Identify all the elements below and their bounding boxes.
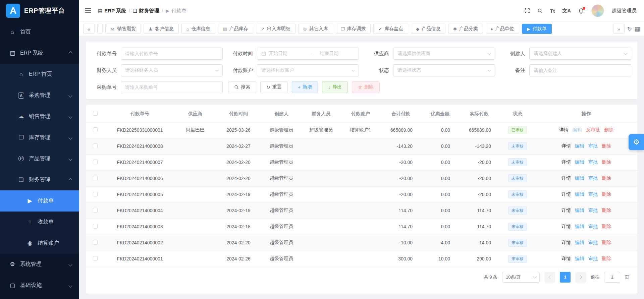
edit-link[interactable]: 编辑 xyxy=(575,207,584,213)
approve-link[interactable]: 审批 xyxy=(588,240,598,245)
detail-link[interactable]: 详情 xyxy=(561,207,571,213)
sidebar-item-erp-system[interactable]: ▤ERP 系统 xyxy=(0,43,79,64)
edit-link[interactable]: 编辑 xyxy=(575,224,584,229)
sidebar-item-purchase-management[interactable]: A采购管理 xyxy=(0,85,79,106)
row-checkbox[interactable] xyxy=(93,240,98,245)
detail-link[interactable]: 详情 xyxy=(561,240,571,245)
delete-link[interactable]: 删除 xyxy=(604,127,613,132)
sidebar-item-home[interactable]: ⌂首页 xyxy=(0,21,79,43)
search-button[interactable]: 搜索 xyxy=(228,81,256,93)
sidebar-item-receipt-order[interactable]: ≡收款单 xyxy=(0,212,79,233)
row-checkbox[interactable] xyxy=(93,192,98,196)
goto-page-input[interactable] xyxy=(604,272,620,283)
tab-clipped[interactable] xyxy=(97,24,103,34)
status-select[interactable]: 请选择状态 xyxy=(393,64,495,76)
approve-link[interactable]: 审批 xyxy=(588,191,598,197)
row-checkbox[interactable] xyxy=(93,127,98,132)
approve-link[interactable]: 审批 xyxy=(588,256,598,261)
delete-link[interactable]: 删除 xyxy=(602,224,611,229)
row-checkbox[interactable] xyxy=(93,160,98,164)
tab-product-unit[interactable]: ♦产品单位 xyxy=(486,24,519,34)
approve-link[interactable]: 审批 xyxy=(588,224,598,229)
notifications-bell-icon[interactable] xyxy=(578,8,584,14)
payment-no-text-input[interactable] xyxy=(125,51,218,56)
approve-link[interactable]: 审批 xyxy=(588,159,598,165)
sidebar-item-infrastructure[interactable]: ▢基础设施 xyxy=(0,275,79,296)
breadcrumb-item-payment-order[interactable]: ▶付款单 xyxy=(166,8,186,14)
detail-link[interactable]: 详情 xyxy=(559,127,569,132)
layout-grid-icon[interactable]: ▦ xyxy=(635,25,640,33)
approve-link[interactable]: 审批 xyxy=(588,207,598,213)
delete-link[interactable]: 删除 xyxy=(602,159,611,165)
payment-account-select[interactable]: 请选择付款账户 xyxy=(257,64,359,76)
sidebar-item-system-management[interactable]: ⚙系统管理 xyxy=(0,254,79,275)
row-checkbox[interactable] xyxy=(93,256,98,261)
delete-link[interactable]: 删除 xyxy=(602,240,611,245)
sidebar-item-settlement-account[interactable]: ◉结算账户 xyxy=(0,233,79,254)
tabs-scroll-right-icon[interactable]: » xyxy=(613,24,625,34)
sidebar-item-inventory-management[interactable]: ❐库存管理 xyxy=(0,127,79,148)
export-button[interactable]: ↓导出 xyxy=(322,81,348,93)
detail-link[interactable]: 详情 xyxy=(561,191,571,197)
sidebar-item-product-management[interactable]: Ⓟ产品管理 xyxy=(0,148,79,169)
tab-payment-order[interactable]: ▶付款单 xyxy=(522,24,552,34)
tab-sales-return[interactable]: ⋈销售退货 xyxy=(105,24,141,34)
font-size-icon[interactable]: Tt xyxy=(550,8,555,14)
translate-icon[interactable]: 文A xyxy=(562,8,571,14)
tab-product-stock[interactable]: ▥产品库存 xyxy=(218,24,253,34)
select-all-checkbox[interactable] xyxy=(93,111,98,116)
detail-link[interactable]: 详情 xyxy=(561,159,571,165)
tab-other-inbound[interactable]: ⊕其它入库 xyxy=(298,24,333,34)
user-name[interactable]: 超级管理员 xyxy=(611,8,637,14)
refresh-tab-icon[interactable]: ↻ xyxy=(627,25,632,33)
remark-input[interactable] xyxy=(529,64,631,76)
remark-text-input[interactable] xyxy=(534,68,627,73)
delete-link[interactable]: 删除 xyxy=(602,143,611,148)
delete-link[interactable]: 删除 xyxy=(602,207,611,213)
tabs-scroll-left-icon[interactable]: « xyxy=(83,24,95,34)
row-checkbox[interactable] xyxy=(93,224,98,229)
creator-select[interactable]: 请选择创建人 xyxy=(529,48,631,60)
row-checkbox[interactable] xyxy=(93,208,98,213)
next-page-button[interactable] xyxy=(575,272,586,283)
approve-link[interactable]: 审批 xyxy=(588,175,598,181)
unapprove-link[interactable]: 反审批 xyxy=(586,127,600,132)
prev-page-button[interactable] xyxy=(544,272,555,283)
supplier-select[interactable]: 请选择供供应商 xyxy=(393,48,495,60)
payment-no-input[interactable] xyxy=(121,48,223,60)
tab-customer-info[interactable]: ♟客户信息 xyxy=(144,24,179,34)
detail-link[interactable]: 详情 xyxy=(561,224,571,229)
tab-product-info[interactable]: ◆产品信息 xyxy=(411,24,445,34)
purchase-no-text-input[interactable] xyxy=(125,84,218,90)
sidebar-item-sales-management[interactable]: ☁销售管理 xyxy=(0,106,79,127)
finance-staff-select[interactable]: 请选择财务人员 xyxy=(121,64,223,76)
avatar[interactable] xyxy=(591,4,604,17)
search-icon[interactable] xyxy=(537,8,543,13)
edit-link[interactable]: 编辑 xyxy=(575,191,584,197)
approve-link[interactable]: 审批 xyxy=(588,143,598,148)
payment-time-input[interactable]: 开始日期-结束日期 xyxy=(257,48,359,60)
tab-inout-detail[interactable]: ↗出入库明细 xyxy=(256,24,296,34)
tab-product-category[interactable]: ✱产品分类 xyxy=(448,24,483,34)
delete-link[interactable]: 删除 xyxy=(602,256,611,261)
tab-warehouse-info[interactable]: ⌂仓库信息 xyxy=(181,24,215,34)
delete-link[interactable]: 删除 xyxy=(602,191,611,197)
sidebar-item-erp-home[interactable]: ⌂ERP 首页 xyxy=(0,64,79,85)
sidebar-item-payment-order[interactable]: ▶付款单 xyxy=(0,190,79,212)
edit-link[interactable]: 编辑 xyxy=(575,256,584,261)
breadcrumb-item-erp-system[interactable]: ▤ERP 系统 xyxy=(98,8,126,14)
fullscreen-icon[interactable] xyxy=(525,8,530,13)
breadcrumb-item-finance-management[interactable]: ❑财务管理 xyxy=(133,8,159,14)
edit-muted-link[interactable]: 编辑 xyxy=(573,127,582,132)
edit-link[interactable]: 编辑 xyxy=(575,159,584,165)
page-number-1[interactable]: 1 xyxy=(560,272,571,283)
page-size-select[interactable]: 10条/页 xyxy=(502,272,540,283)
detail-link[interactable]: 详情 xyxy=(561,256,571,261)
tab-stock-transfer[interactable]: ❐库存调拨 xyxy=(336,24,371,34)
sidebar-item-finance-management[interactable]: ❑财务管理 xyxy=(0,169,79,190)
edit-link[interactable]: 编辑 xyxy=(575,175,584,181)
row-checkbox[interactable] xyxy=(93,143,98,148)
edit-link[interactable]: 编辑 xyxy=(575,240,584,245)
row-checkbox[interactable] xyxy=(93,176,98,180)
add-button[interactable]: +新增 xyxy=(292,81,318,93)
